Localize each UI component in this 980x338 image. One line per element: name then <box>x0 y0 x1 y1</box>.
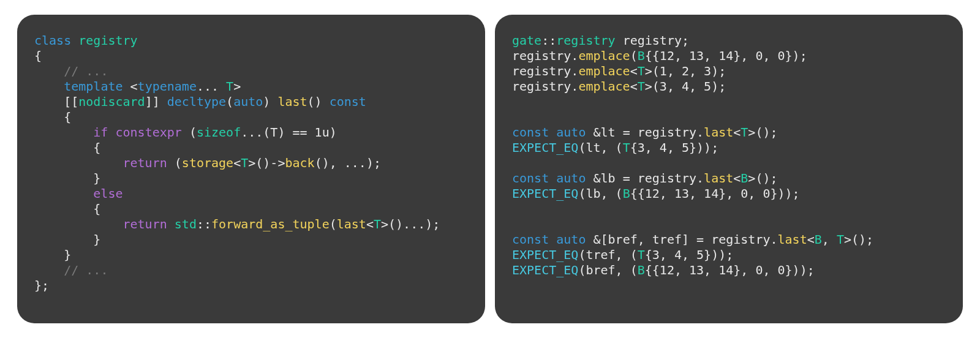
fn-forward-as-tuple: forward_as_tuple <box>211 217 330 231</box>
kw-const: const <box>330 94 366 109</box>
kw-auto: auto <box>233 94 263 109</box>
code-panels-container: class registry { // ... template <typena… <box>0 0 980 338</box>
brace: { <box>34 48 42 63</box>
comment: // ... <box>64 263 108 277</box>
code-block-right: gate::registry registry; registry.emplac… <box>512 33 946 278</box>
kw-if: if <box>93 125 108 140</box>
kw-class: class <box>34 33 71 48</box>
kw-sizeof: sizeof <box>197 125 241 140</box>
kw-template: template <box>64 79 123 94</box>
kw-decltype: decltype <box>167 94 226 109</box>
type-registry: registry <box>71 33 137 48</box>
fn-back: back <box>285 156 314 170</box>
ns-gate: gate <box>512 33 541 48</box>
code-block-left: class registry { // ... template <typena… <box>34 33 468 293</box>
macro-expect-eq: EXPECT_EQ <box>512 140 578 155</box>
code-panel-right: gate::registry registry; registry.emplac… <box>495 15 963 323</box>
kw-else: else <box>93 186 123 201</box>
kw-return: return <box>123 217 167 231</box>
fn-last: last <box>337 217 366 231</box>
comment: // ... <box>64 64 108 78</box>
ns-std: std <box>175 217 197 231</box>
kw-typename: typename <box>138 79 197 94</box>
attr-nodiscard: nodiscard <box>78 94 145 109</box>
code-panel-left: class registry { // ... template <typena… <box>17 15 485 323</box>
fn-emplace: emplace <box>578 48 630 63</box>
fn-last: last <box>277 94 307 109</box>
type-T: T <box>219 79 233 94</box>
fn-storage: storage <box>182 156 233 170</box>
kw-constexpr: constexpr <box>115 125 181 140</box>
kw-return: return <box>123 156 167 170</box>
type-registry: registry <box>556 33 615 48</box>
